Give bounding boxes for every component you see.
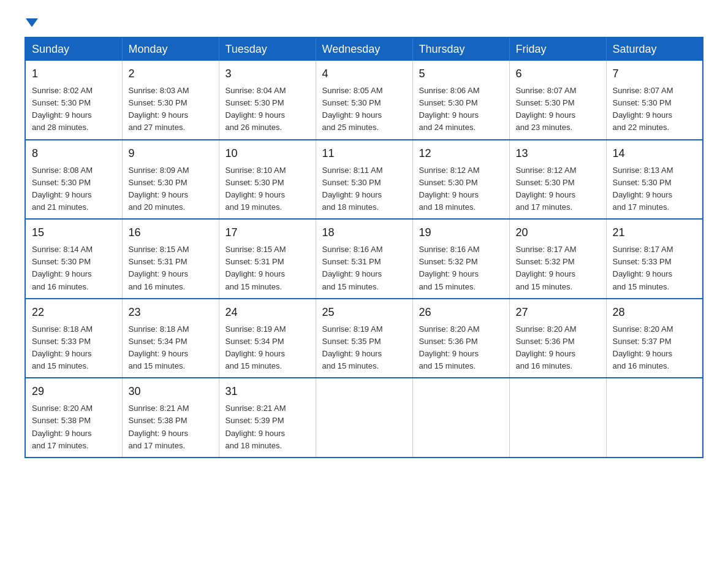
day-number: 7: [613, 66, 697, 82]
day-number: 27: [516, 304, 600, 321]
day-info: Sunrise: 8:06 AM Sunset: 5:30 PM Dayligh…: [419, 85, 503, 134]
calendar-cell: 17Sunrise: 8:15 AM Sunset: 5:31 PM Dayli…: [219, 219, 316, 299]
calendar-cell: 25Sunrise: 8:19 AM Sunset: 5:35 PM Dayli…: [316, 299, 412, 378]
day-number: 21: [613, 224, 697, 241]
day-number: 18: [322, 224, 406, 241]
day-info: Sunrise: 8:08 AM Sunset: 5:30 PM Dayligh…: [32, 164, 116, 214]
day-number: 28: [613, 304, 697, 321]
calendar-cell: [606, 378, 703, 458]
calendar-cell: 29Sunrise: 8:20 AM Sunset: 5:38 PM Dayli…: [25, 378, 122, 458]
calendar-cell: 7Sunrise: 8:07 AM Sunset: 5:30 PM Daylig…: [606, 61, 703, 140]
day-info: Sunrise: 8:13 AM Sunset: 5:30 PM Dayligh…: [613, 164, 697, 214]
day-number: 29: [32, 383, 116, 400]
calendar-cell: [509, 378, 606, 458]
day-info: Sunrise: 8:11 AM Sunset: 5:30 PM Dayligh…: [322, 164, 406, 214]
calendar-cell: 3Sunrise: 8:04 AM Sunset: 5:30 PM Daylig…: [219, 61, 316, 140]
calendar-cell: 13Sunrise: 8:12 AM Sunset: 5:30 PM Dayli…: [509, 140, 606, 220]
day-number: 10: [226, 145, 309, 162]
day-number: 13: [516, 145, 600, 162]
logo: [25, 18, 38, 25]
day-info: Sunrise: 8:05 AM Sunset: 5:30 PM Dayligh…: [322, 85, 406, 134]
day-info: Sunrise: 8:17 AM Sunset: 5:33 PM Dayligh…: [613, 243, 697, 293]
day-info: Sunrise: 8:21 AM Sunset: 5:38 PM Dayligh…: [129, 402, 213, 452]
calendar-cell: 10Sunrise: 8:10 AM Sunset: 5:30 PM Dayli…: [219, 140, 316, 220]
calendar-cell: 5Sunrise: 8:06 AM Sunset: 5:30 PM Daylig…: [412, 61, 509, 140]
day-number: 19: [419, 224, 503, 241]
day-info: Sunrise: 8:18 AM Sunset: 5:33 PM Dayligh…: [32, 323, 116, 373]
weekday-header-wednesday: Wednesday: [316, 37, 412, 61]
day-number: 20: [516, 224, 600, 241]
weekday-header-saturday: Saturday: [606, 37, 703, 61]
day-info: Sunrise: 8:20 AM Sunset: 5:36 PM Dayligh…: [419, 323, 503, 373]
weekday-header-tuesday: Tuesday: [219, 37, 316, 61]
day-info: Sunrise: 8:21 AM Sunset: 5:39 PM Dayligh…: [226, 402, 309, 452]
weekday-header-thursday: Thursday: [412, 37, 509, 61]
calendar-cell: 20Sunrise: 8:17 AM Sunset: 5:32 PM Dayli…: [509, 219, 606, 299]
calendar-week-2: 8Sunrise: 8:08 AM Sunset: 5:30 PM Daylig…: [25, 140, 703, 220]
calendar-cell: 26Sunrise: 8:20 AM Sunset: 5:36 PM Dayli…: [412, 299, 509, 378]
day-number: 4: [322, 66, 406, 82]
day-info: Sunrise: 8:10 AM Sunset: 5:30 PM Dayligh…: [226, 164, 309, 214]
calendar-header-row: SundayMondayTuesdayWednesdayThursdayFrid…: [25, 37, 703, 61]
day-number: 26: [419, 304, 503, 321]
day-info: Sunrise: 8:19 AM Sunset: 5:34 PM Dayligh…: [226, 323, 309, 373]
day-info: Sunrise: 8:18 AM Sunset: 5:34 PM Dayligh…: [129, 323, 213, 373]
calendar-table: SundayMondayTuesdayWednesdayThursdayFrid…: [25, 37, 703, 458]
calendar-cell: 16Sunrise: 8:15 AM Sunset: 5:31 PM Dayli…: [122, 219, 219, 299]
logo-triangle-icon: [26, 18, 38, 27]
day-number: 30: [129, 383, 213, 400]
calendar-cell: 27Sunrise: 8:20 AM Sunset: 5:36 PM Dayli…: [509, 299, 606, 378]
calendar-cell: 24Sunrise: 8:19 AM Sunset: 5:34 PM Dayli…: [219, 299, 316, 378]
day-info: Sunrise: 8:17 AM Sunset: 5:32 PM Dayligh…: [516, 243, 600, 293]
day-number: 22: [32, 304, 116, 321]
calendar-cell: 11Sunrise: 8:11 AM Sunset: 5:30 PM Dayli…: [316, 140, 412, 220]
day-info: Sunrise: 8:12 AM Sunset: 5:30 PM Dayligh…: [516, 164, 600, 214]
day-number: 3: [226, 66, 309, 82]
calendar-cell: 8Sunrise: 8:08 AM Sunset: 5:30 PM Daylig…: [25, 140, 122, 220]
calendar-cell: 2Sunrise: 8:03 AM Sunset: 5:30 PM Daylig…: [122, 61, 219, 140]
day-info: Sunrise: 8:15 AM Sunset: 5:31 PM Dayligh…: [226, 243, 309, 293]
calendar-cell: 6Sunrise: 8:07 AM Sunset: 5:30 PM Daylig…: [509, 61, 606, 140]
day-number: 14: [613, 145, 697, 162]
day-number: 2: [129, 66, 213, 82]
day-number: 25: [322, 304, 406, 321]
day-number: 6: [516, 66, 600, 82]
day-number: 12: [419, 145, 503, 162]
calendar-cell: 22Sunrise: 8:18 AM Sunset: 5:33 PM Dayli…: [25, 299, 122, 378]
day-info: Sunrise: 8:20 AM Sunset: 5:36 PM Dayligh…: [516, 323, 600, 373]
calendar-cell: 4Sunrise: 8:05 AM Sunset: 5:30 PM Daylig…: [316, 61, 412, 140]
calendar-cell: 9Sunrise: 8:09 AM Sunset: 5:30 PM Daylig…: [122, 140, 219, 220]
day-info: Sunrise: 8:20 AM Sunset: 5:37 PM Dayligh…: [613, 323, 697, 373]
calendar-week-4: 22Sunrise: 8:18 AM Sunset: 5:33 PM Dayli…: [25, 299, 703, 378]
day-info: Sunrise: 8:07 AM Sunset: 5:30 PM Dayligh…: [516, 85, 600, 134]
day-info: Sunrise: 8:12 AM Sunset: 5:30 PM Dayligh…: [419, 164, 503, 214]
calendar-week-1: 1Sunrise: 8:02 AM Sunset: 5:30 PM Daylig…: [25, 61, 703, 140]
day-number: 15: [32, 224, 116, 241]
day-number: 9: [129, 145, 213, 162]
day-info: Sunrise: 8:16 AM Sunset: 5:32 PM Dayligh…: [419, 243, 503, 293]
day-info: Sunrise: 8:09 AM Sunset: 5:30 PM Dayligh…: [129, 164, 213, 214]
day-info: Sunrise: 8:02 AM Sunset: 5:30 PM Dayligh…: [32, 85, 116, 134]
calendar-cell: 30Sunrise: 8:21 AM Sunset: 5:38 PM Dayli…: [122, 378, 219, 458]
calendar-cell: 23Sunrise: 8:18 AM Sunset: 5:34 PM Dayli…: [122, 299, 219, 378]
weekday-header-sunday: Sunday: [25, 37, 122, 61]
weekday-header-friday: Friday: [509, 37, 606, 61]
calendar-cell: 14Sunrise: 8:13 AM Sunset: 5:30 PM Dayli…: [606, 140, 703, 220]
calendar-cell: 12Sunrise: 8:12 AM Sunset: 5:30 PM Dayli…: [412, 140, 509, 220]
page-header: [25, 18, 703, 25]
calendar-cell: 19Sunrise: 8:16 AM Sunset: 5:32 PM Dayli…: [412, 219, 509, 299]
day-number: 11: [322, 145, 406, 162]
calendar-cell: 1Sunrise: 8:02 AM Sunset: 5:30 PM Daylig…: [25, 61, 122, 140]
day-info: Sunrise: 8:16 AM Sunset: 5:31 PM Dayligh…: [322, 243, 406, 293]
calendar-week-3: 15Sunrise: 8:14 AM Sunset: 5:30 PM Dayli…: [25, 219, 703, 299]
day-info: Sunrise: 8:14 AM Sunset: 5:30 PM Dayligh…: [32, 243, 116, 293]
day-number: 1: [32, 66, 116, 82]
day-info: Sunrise: 8:04 AM Sunset: 5:30 PM Dayligh…: [226, 85, 309, 134]
day-number: 31: [226, 383, 309, 400]
day-info: Sunrise: 8:19 AM Sunset: 5:35 PM Dayligh…: [322, 323, 406, 373]
logo-line1: [25, 18, 38, 27]
day-info: Sunrise: 8:15 AM Sunset: 5:31 PM Dayligh…: [129, 243, 213, 293]
calendar-cell: [412, 378, 509, 458]
calendar-cell: 18Sunrise: 8:16 AM Sunset: 5:31 PM Dayli…: [316, 219, 412, 299]
calendar-cell: 28Sunrise: 8:20 AM Sunset: 5:37 PM Dayli…: [606, 299, 703, 378]
